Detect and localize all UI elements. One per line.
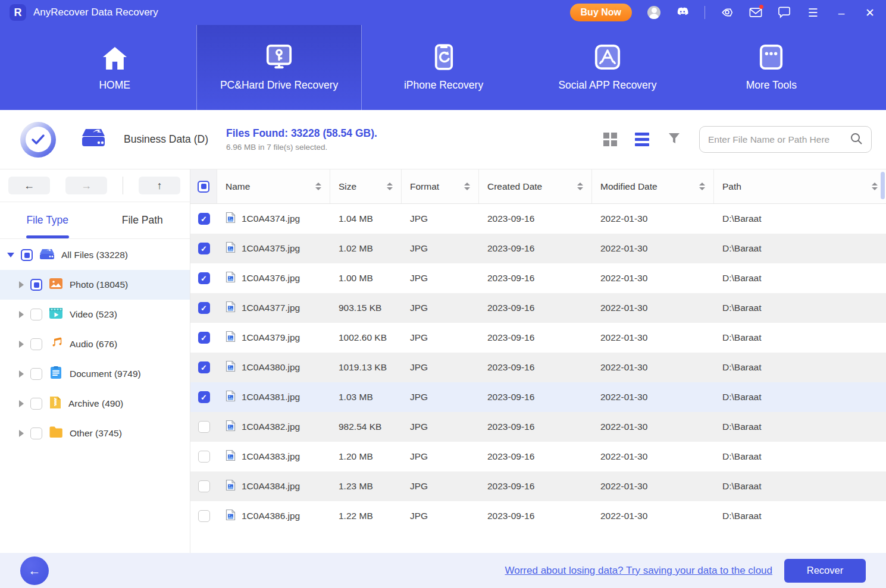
footer-back-button[interactable]: ← (20, 556, 49, 585)
table-row[interactable]: ✓ 1C0A4377.jpg 903.15 KB JPG 2023-09-16 … (190, 293, 886, 323)
tree-item-audio[interactable]: Audio (676) (0, 329, 190, 359)
tab-file-type[interactable]: File Type (0, 202, 95, 238)
tree-checkbox[interactable] (30, 427, 42, 439)
column-header-format[interactable]: Format (402, 169, 479, 203)
column-header-created-date[interactable]: Created Date (479, 169, 592, 203)
tree-item-video[interactable]: Video (523) (0, 300, 190, 329)
search-input[interactable] (708, 134, 850, 145)
column-header-name[interactable]: Name (217, 169, 330, 203)
image-file-icon (226, 241, 236, 256)
recover-button[interactable]: Recover (784, 559, 866, 583)
table-row[interactable]: ✓ 1C0A4381.jpg 1.03 MB JPG 2023-09-16 20… (190, 382, 886, 412)
table-row[interactable]: ✓ 1C0A4382.jpg 982.54 KB JPG 2023-09-16 … (190, 412, 886, 442)
sort-icon[interactable] (387, 183, 393, 190)
file-path: D:\Baraat (714, 392, 886, 403)
sort-icon[interactable] (872, 183, 878, 190)
modified-date: 2022-01-30 (592, 422, 714, 432)
sort-icon[interactable] (464, 183, 470, 190)
tree-item-photo[interactable]: Photo (18045) (0, 270, 190, 300)
caret-right-icon[interactable] (19, 400, 24, 407)
table-row[interactable]: ✓ 1C0A4383.jpg 1.20 MB JPG 2023-09-16 20… (190, 442, 886, 471)
caret-down-icon[interactable] (7, 253, 14, 257)
tree-item-all-files[interactable]: All Files (33228) (0, 240, 190, 270)
column-header-modified-date[interactable]: Modified Date (592, 169, 714, 203)
buy-now-button[interactable]: Buy Now (570, 4, 632, 21)
select-all-checkbox[interactable] (198, 181, 209, 193)
tree-item-document[interactable]: Document (9749) (0, 359, 190, 389)
row-checkbox[interactable]: ✓ (198, 361, 210, 373)
archive-icon (49, 395, 62, 412)
back-button[interactable]: ← (8, 177, 50, 194)
list-view-icon[interactable] (635, 133, 649, 146)
filter-icon[interactable] (667, 131, 681, 148)
cloud-save-link[interactable]: Worred about losing data? Try saving you… (505, 565, 772, 577)
chat-icon[interactable] (778, 6, 791, 19)
tree-checkbox[interactable] (30, 279, 42, 291)
row-checkbox[interactable]: ✓ (198, 421, 210, 433)
discord-icon[interactable] (676, 6, 689, 19)
tree-item-label: Audio (676) (70, 339, 117, 350)
table-row[interactable]: ✓ 1C0A4376.jpg 1.00 MB JPG 2023-09-16 20… (190, 263, 886, 293)
row-checkbox[interactable]: ✓ (198, 272, 210, 284)
caret-right-icon[interactable] (19, 430, 24, 437)
row-checkbox[interactable]: ✓ (198, 243, 210, 254)
tree-checkbox[interactable] (30, 338, 42, 350)
file-name: 1C0A4384.jpg (242, 481, 300, 492)
tree-item-other[interactable]: Other (3745) (0, 419, 190, 448)
row-checkbox[interactable]: ✓ (198, 391, 210, 403)
tab-more-tools[interactable]: More Tools (690, 25, 853, 110)
tab-file-path[interactable]: File Path (95, 202, 190, 238)
grid-view-icon[interactable] (603, 133, 617, 146)
tree-checkbox[interactable] (21, 249, 33, 261)
row-checkbox[interactable]: ✓ (198, 451, 210, 463)
caret-right-icon[interactable] (19, 370, 24, 378)
scrollbar-thumb[interactable] (881, 172, 885, 199)
up-button[interactable]: ↑ (139, 177, 180, 194)
tab-iphone-recovery[interactable]: iPhone Recovery (362, 25, 525, 110)
mail-icon[interactable] (749, 6, 762, 19)
tab-social-app-recovery[interactable]: Social APP Recovery (525, 25, 689, 110)
table-row[interactable]: ✓ 1C0A4380.jpg 1019.13 KB JPG 2023-09-16… (190, 353, 886, 382)
sort-icon[interactable] (577, 183, 583, 190)
table-row[interactable]: ✓ 1C0A4375.jpg 1.02 MB JPG 2023-09-16 20… (190, 234, 886, 263)
caret-right-icon[interactable] (19, 281, 24, 288)
file-name: 1C0A4377.jpg (242, 303, 300, 313)
caret-right-icon[interactable] (19, 311, 24, 318)
menu-icon[interactable]: ☰ (806, 6, 819, 19)
column-header-size[interactable]: Size (330, 169, 402, 203)
forward-button[interactable]: → (65, 177, 107, 194)
caret-right-icon[interactable] (19, 341, 24, 348)
close-button[interactable]: ✕ (863, 6, 876, 19)
table-row[interactable]: ✓ 1C0A4384.jpg 1.23 MB JPG 2023-09-16 20… (190, 471, 886, 501)
row-checkbox[interactable]: ✓ (198, 332, 210, 344)
tree-checkbox[interactable] (30, 398, 42, 410)
row-checkbox[interactable]: ✓ (198, 510, 210, 522)
tree-checkbox[interactable] (30, 309, 42, 320)
column-header-path[interactable]: Path (714, 169, 886, 203)
table-row[interactable]: ✓ 1C0A4379.jpg 1002.60 KB JPG 2023-09-16… (190, 323, 886, 353)
sort-icon[interactable] (315, 183, 321, 190)
sort-icon[interactable] (699, 183, 705, 190)
tree-checkbox[interactable] (30, 368, 42, 380)
settings-gear-icon[interactable] (721, 6, 734, 19)
image-file-icon (226, 479, 236, 493)
search-icon[interactable] (850, 132, 863, 147)
row-checkbox[interactable]: ✓ (198, 213, 210, 225)
row-checkbox[interactable]: ✓ (198, 302, 210, 314)
appstore-icon (594, 43, 621, 71)
modified-date: 2022-01-30 (592, 332, 714, 343)
file-size: 1019.13 KB (330, 362, 402, 373)
tab-home[interactable]: HOME (33, 25, 196, 110)
table-row[interactable]: ✓ 1C0A4386.jpg 1.22 MB JPG 2023-09-16 20… (190, 501, 886, 531)
modified-date: 2022-01-30 (592, 392, 714, 403)
file-format: JPG (402, 332, 479, 343)
tree-item-label: Other (3745) (70, 428, 122, 439)
account-avatar[interactable] (647, 6, 660, 19)
table-row[interactable]: ✓ 1C0A4374.jpg 1.04 MB JPG 2023-09-16 20… (190, 204, 886, 234)
tree-item-archive[interactable]: Archive (490) (0, 389, 190, 419)
search-box[interactable] (699, 126, 872, 153)
tab-pc-hard-drive-recovery[interactable]: PC&Hard Drive Recovery (196, 25, 361, 110)
row-checkbox[interactable]: ✓ (198, 480, 210, 492)
minimize-button[interactable]: – (835, 6, 848, 19)
tree-item-label: All Files (33228) (61, 250, 128, 260)
